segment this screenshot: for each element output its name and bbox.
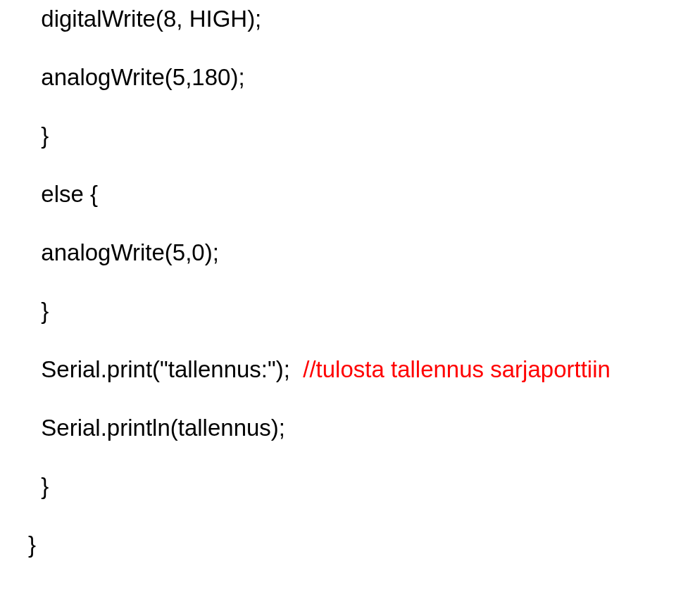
code-line: else { <box>28 182 676 206</box>
code-text: Serial.print("tallennus:"); <box>28 356 303 382</box>
code-line: } <box>28 533 676 556</box>
code-line: digitalWrite(8, HIGH); <box>28 7 676 30</box>
code-line: analogWrite(5,0); <box>28 241 676 264</box>
code-comment: //tulosta tallennus sarjaporttiin <box>303 356 611 382</box>
code-line: Serial.print("tallennus:"); //tulosta ta… <box>28 358 676 381</box>
code-line: analogWrite(5,180); <box>28 65 676 89</box>
code-line: Serial.println(tallennus); <box>28 416 676 439</box>
code-line: } <box>28 474 676 498</box>
code-block: digitalWrite(8, HIGH); analogWrite(5,180… <box>0 0 676 556</box>
code-line: } <box>28 124 676 147</box>
code-line: } <box>28 299 676 322</box>
